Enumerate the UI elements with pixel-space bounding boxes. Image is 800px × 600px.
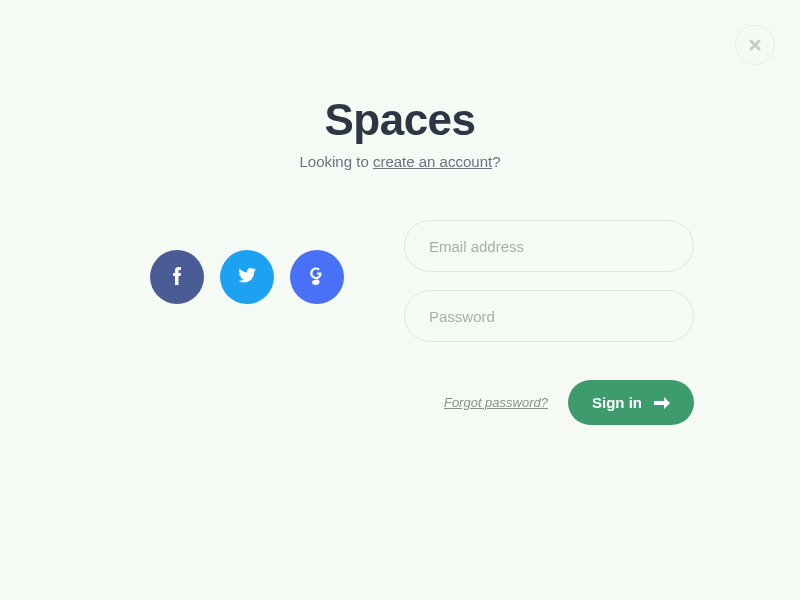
facebook-icon <box>172 267 182 288</box>
twitter-button[interactable] <box>220 250 274 304</box>
social-buttons <box>150 250 344 304</box>
content-row: Forgot password? Sign in <box>0 220 800 425</box>
page-title: Spaces <box>324 95 475 145</box>
google-icon <box>309 267 325 288</box>
facebook-button[interactable] <box>150 250 204 304</box>
subtitle: Looking to create an account? <box>300 153 501 170</box>
login-form: Forgot password? Sign in <box>404 220 700 425</box>
subtitle-suffix: ? <box>492 153 500 170</box>
subtitle-prefix: Looking to <box>300 153 373 170</box>
password-field[interactable] <box>404 290 694 342</box>
close-icon <box>748 34 762 57</box>
signin-button[interactable]: Sign in <box>568 380 694 425</box>
form-footer: Forgot password? Sign in <box>404 380 694 425</box>
login-modal: Spaces Looking to create an account? <box>0 0 800 425</box>
forgot-password-link[interactable]: Forgot password? <box>444 395 548 410</box>
email-field[interactable] <box>404 220 694 272</box>
google-button[interactable] <box>290 250 344 304</box>
arrow-right-icon <box>654 397 670 409</box>
twitter-icon <box>238 268 256 286</box>
signin-label: Sign in <box>592 394 642 411</box>
close-button[interactable] <box>735 25 775 65</box>
create-account-link[interactable]: create an account <box>373 153 492 170</box>
